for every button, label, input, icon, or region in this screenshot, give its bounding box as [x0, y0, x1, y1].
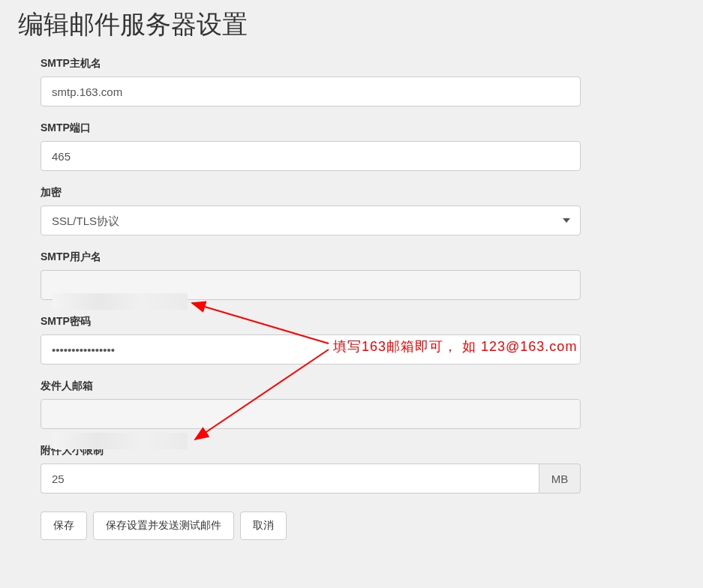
- encryption-group: 加密 SSL/TLS协议: [41, 186, 688, 236]
- smtp-host-input[interactable]: [41, 76, 581, 106]
- encryption-select[interactable]: SSL/TLS协议: [41, 206, 581, 236]
- button-row: 保存 保存设置并发送测试邮件 取消: [41, 512, 688, 540]
- redacted-username-overlay: [53, 293, 188, 310]
- annotation-text: 填写163邮箱即可， 如 123@163.com: [333, 338, 577, 356]
- cancel-button[interactable]: 取消: [240, 512, 287, 540]
- smtp-host-group: SMTP主机名: [41, 57, 688, 106]
- smtp-port-input[interactable]: [41, 141, 581, 171]
- smtp-password-label: SMTP密码: [41, 315, 688, 328]
- redacted-sender-overlay: [53, 433, 188, 449]
- smtp-host-label: SMTP主机名: [41, 57, 688, 70]
- encryption-label: 加密: [41, 186, 688, 200]
- attachment-limit-suffix: MB: [539, 464, 581, 494]
- encryption-select-wrapper: SSL/TLS协议: [41, 206, 581, 236]
- smtp-port-group: SMTP端口: [41, 122, 688, 171]
- sender-email-label: 发件人邮箱: [41, 380, 688, 393]
- attachment-limit-input-group: MB: [41, 464, 581, 494]
- attachment-limit-input[interactable]: [41, 464, 539, 494]
- sender-email-group: 发件人邮箱: [41, 380, 688, 429]
- smtp-port-label: SMTP端口: [41, 122, 688, 135]
- page-title: 编辑邮件服务器设置: [15, 0, 688, 57]
- save-test-button[interactable]: 保存设置并发送测试邮件: [93, 512, 234, 540]
- sender-email-input[interactable]: [41, 399, 581, 429]
- smtp-username-label: SMTP用户名: [41, 250, 688, 264]
- save-button[interactable]: 保存: [41, 512, 87, 540]
- attachment-limit-group: 附件大小限制 MB: [41, 444, 688, 494]
